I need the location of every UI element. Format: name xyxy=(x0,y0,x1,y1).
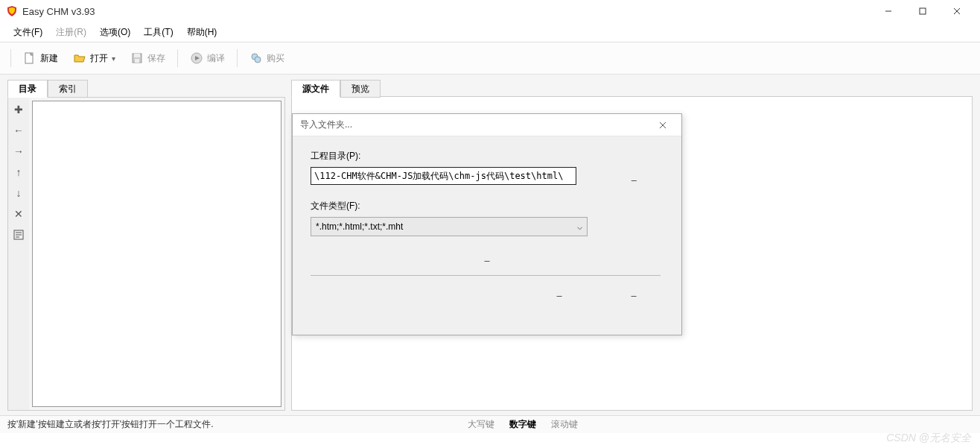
arrow-up-icon[interactable]: ↑ xyxy=(11,165,26,180)
add-icon[interactable]: ✚ xyxy=(11,102,26,117)
compile-play-icon xyxy=(190,51,203,65)
menu-file[interactable]: 文件(F) xyxy=(7,24,48,41)
compile-button-label: 编译 xyxy=(207,52,225,65)
save-disk-icon xyxy=(130,51,144,65)
arrow-right-icon[interactable]: → xyxy=(11,144,26,159)
new-button[interactable]: 新建 xyxy=(17,48,64,69)
new-button-label: 新建 xyxy=(40,52,58,65)
buy-cart-icon xyxy=(249,51,263,65)
toc-tree[interactable] xyxy=(32,101,281,407)
svg-rect-8 xyxy=(135,59,139,63)
cancel-button[interactable]: _ xyxy=(611,286,656,297)
arrow-left-icon[interactable]: ← xyxy=(11,123,26,138)
filetype-value: *.htm;*.html;*.txt;*.mht xyxy=(316,221,403,232)
include-subdir-checkbox[interactable]: _ xyxy=(311,251,664,262)
filetype-label: 文件类型(F): xyxy=(311,200,664,212)
toolbar-separator xyxy=(177,49,178,67)
import-folder-dialog: 导入文件夹... 工程目录(P): _ 文件类型(F): *.htm;*.htm… xyxy=(292,113,682,335)
left-panel: 目录 索引 ✚ ← → ↑ ↓ ✕ xyxy=(7,79,285,411)
toolbar: 新建 打开 ▾ 保存 编译 购买 xyxy=(0,42,980,75)
toolbar-separator xyxy=(237,49,238,67)
open-button-label: 打开 xyxy=(90,52,108,65)
tab-toc[interactable]: 目录 xyxy=(7,80,48,98)
dropdown-arrow-icon[interactable]: ▾ xyxy=(112,54,115,63)
compile-button[interactable]: 编译 xyxy=(184,48,231,69)
window-titlebar: Easy CHM v3.93 xyxy=(0,0,980,22)
tab-preview[interactable]: 预览 xyxy=(340,80,381,98)
properties-icon[interactable] xyxy=(11,227,26,242)
window-maximize-button[interactable] xyxy=(906,0,940,22)
menu-tools[interactable]: 工具(T) xyxy=(138,24,179,41)
watermark: CSDN @无名安全 xyxy=(886,432,971,445)
dialog-title: 导入文件夹... xyxy=(300,119,652,131)
menu-register[interactable]: 注册(R) xyxy=(50,24,92,41)
tab-index[interactable]: 索引 xyxy=(48,80,88,98)
new-file-icon xyxy=(23,51,36,65)
svg-rect-7 xyxy=(134,54,140,57)
save-button-label: 保存 xyxy=(147,52,165,65)
left-panel-body: ✚ ← → ↑ ↓ ✕ xyxy=(7,97,285,411)
right-tabs: 源文件 预览 xyxy=(291,79,973,97)
dialog-titlebar[interactable]: 导入文件夹... xyxy=(293,114,681,136)
window-close-button[interactable] xyxy=(940,0,974,22)
window-title: Easy CHM v3.93 xyxy=(22,6,871,17)
svg-point-12 xyxy=(255,57,261,63)
save-button[interactable]: 保存 xyxy=(124,48,171,69)
app-icon xyxy=(6,5,18,17)
statusbar: 按'新建'按钮建立或者按'打开'按钮打开一个工程文件. 大写键 数字键 滚动键 xyxy=(0,415,980,433)
buy-button[interactable]: 购买 xyxy=(244,48,290,69)
filetype-combo[interactable]: *.htm;*.html;*.txt;*.mht ⌵ xyxy=(311,217,588,236)
chevron-down-icon: ⌵ xyxy=(577,221,582,232)
menu-options[interactable]: 选项(O) xyxy=(94,24,136,41)
status-hint: 按'新建'按钮建立或者按'打开'按钮打开一个工程文件. xyxy=(7,418,460,431)
project-dir-label: 工程目录(P): xyxy=(311,150,664,163)
project-dir-input[interactable] xyxy=(311,167,576,185)
delete-icon[interactable]: ✕ xyxy=(11,206,26,221)
side-toolbar: ✚ ← → ↑ ↓ ✕ xyxy=(8,98,29,410)
scrolllock-indicator: 滚动键 xyxy=(544,418,585,431)
svg-rect-1 xyxy=(920,8,926,14)
menu-help[interactable]: 帮助(H) xyxy=(181,24,223,41)
numlock-indicator: 数字键 xyxy=(502,418,544,431)
arrow-down-icon[interactable]: ↓ xyxy=(11,186,26,201)
open-button[interactable]: 打开 ▾ xyxy=(67,48,121,69)
capslock-indicator: 大写键 xyxy=(460,418,502,431)
left-tabs: 目录 索引 xyxy=(7,79,285,97)
dialog-body: 工程目录(P): _ 文件类型(F): *.htm;*.html;*.txt;*… xyxy=(293,136,681,310)
dialog-separator xyxy=(311,275,661,276)
browse-button[interactable]: _ xyxy=(605,171,664,181)
window-minimize-button[interactable] xyxy=(871,0,906,22)
tab-source[interactable]: 源文件 xyxy=(291,80,340,98)
dialog-close-button[interactable] xyxy=(652,115,674,136)
buy-button-label: 购买 xyxy=(267,52,284,65)
menubar: 文件(F) 注册(R) 选项(O) 工具(T) 帮助(H) xyxy=(0,22,980,42)
toolbar-separator xyxy=(10,49,11,67)
open-folder-icon xyxy=(73,51,86,65)
ok-button[interactable]: _ xyxy=(537,286,582,297)
